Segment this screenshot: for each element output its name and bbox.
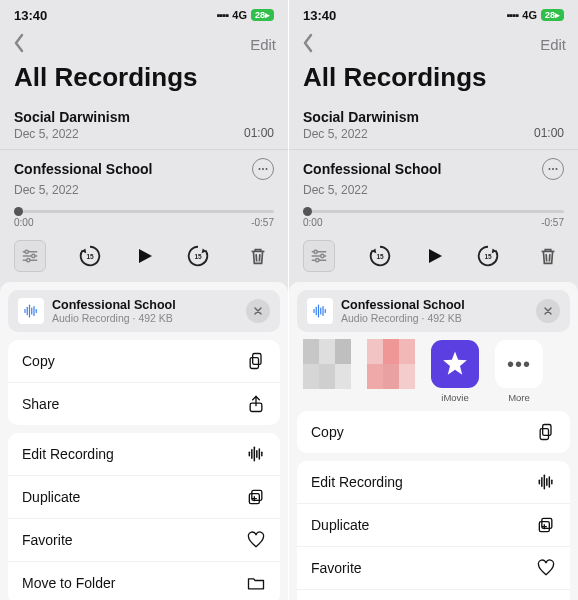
left-screen: 13:40 ▪▪▪▪ 4G 28▸ Edit All Recordings So…: [0, 0, 289, 600]
recording-date: Dec 5, 2022: [303, 183, 368, 197]
menu-move-to-folder[interactable]: Move to Folder: [297, 590, 570, 600]
playback-controls: [0, 230, 288, 282]
duplicate-icon: [246, 487, 266, 507]
share-apps-row: iMovie ••• More: [297, 340, 570, 403]
sheet-header: Confessional School Audio Recording · 49…: [297, 290, 570, 332]
close-sheet-button[interactable]: [536, 299, 560, 323]
trash-icon: [247, 245, 269, 267]
trash-icon: [537, 245, 559, 267]
recording-item[interactable]: Social Darwinism Dec 5, 2022 01:00: [0, 101, 288, 150]
page-title: All Recordings: [289, 58, 578, 101]
playback-timeline[interactable]: 0:00 -0:57: [289, 206, 578, 230]
share-sheet: Confessional School Audio Recording · 49…: [0, 282, 288, 600]
time-remaining: -0:57: [541, 217, 564, 228]
close-sheet-button[interactable]: [246, 299, 270, 323]
back-button[interactable]: [301, 33, 315, 56]
rewind-15-icon: [367, 243, 393, 269]
sheet-subtitle: Audio Recording · 492 KB: [52, 312, 238, 324]
menu-copy[interactable]: Copy: [297, 411, 570, 453]
rewind-15-button[interactable]: [364, 240, 396, 272]
share-app-imovie[interactable]: iMovie: [427, 340, 483, 403]
scrubber-dot[interactable]: [303, 207, 312, 216]
delete-button[interactable]: [242, 240, 274, 272]
copy-icon: [246, 351, 266, 371]
status-bar: 13:40 ▪▪▪▪ 4G 28▸: [289, 0, 578, 30]
sheet-header: Confessional School Audio Recording · 49…: [8, 290, 280, 332]
ellipsis-icon: [546, 162, 560, 176]
menu-move-to-folder[interactable]: Move to Folder: [8, 562, 280, 600]
menu-favorite[interactable]: Favorite: [8, 519, 280, 562]
recording-date: Dec 5, 2022: [14, 183, 79, 197]
time-elapsed: 0:00: [14, 217, 33, 228]
heart-icon: [246, 530, 266, 550]
copy-icon: [536, 422, 556, 442]
heart-icon: [536, 558, 556, 578]
options-button[interactable]: [14, 240, 46, 272]
rewind-15-button[interactable]: [74, 240, 106, 272]
menu-duplicate[interactable]: Duplicate: [297, 504, 570, 547]
duplicate-icon: [536, 515, 556, 535]
menu-favorite[interactable]: Favorite: [297, 547, 570, 590]
recording-duration: 01:00: [534, 126, 564, 140]
sliders-icon: [20, 246, 40, 266]
close-icon: [252, 305, 264, 317]
sheet-title: Confessional School: [52, 298, 238, 312]
sheet-subtitle: Audio Recording · 492 KB: [341, 312, 528, 324]
forward-15-button[interactable]: [472, 240, 504, 272]
page-title: All Recordings: [0, 58, 288, 101]
edit-button[interactable]: Edit: [250, 36, 276, 53]
recording-thumbnail: [18, 298, 44, 324]
status-time: 13:40: [303, 8, 336, 23]
play-button[interactable]: [128, 240, 160, 272]
play-icon: [132, 244, 156, 268]
waveform-icon: [246, 444, 266, 464]
forward-15-icon: [185, 243, 211, 269]
recording-item-selected[interactable]: Confessional School Dec 5, 2022: [0, 150, 288, 206]
recording-title: Social Darwinism: [303, 109, 419, 125]
time-elapsed: 0:00: [303, 217, 322, 228]
recording-title: Confessional School: [303, 161, 441, 177]
battery-badge: 28▸: [251, 9, 274, 21]
chevron-left-icon: [12, 33, 26, 53]
recording-item-selected[interactable]: Confessional School Dec 5, 2022: [289, 150, 578, 206]
edit-button[interactable]: Edit: [540, 36, 566, 53]
delete-button[interactable]: [532, 240, 564, 272]
more-button[interactable]: [542, 158, 564, 180]
menu-duplicate[interactable]: Duplicate: [8, 476, 280, 519]
back-button[interactable]: [12, 33, 26, 56]
signal-icon: ▪▪▪▪: [217, 9, 229, 21]
menu-edit-recording[interactable]: Edit Recording: [297, 461, 570, 504]
scrubber-dot[interactable]: [14, 207, 23, 216]
nav-bar: Edit: [0, 30, 288, 58]
chevron-left-icon: [301, 33, 315, 53]
share-app-more[interactable]: ••• More: [491, 340, 547, 403]
options-button[interactable]: [303, 240, 335, 272]
signal-icon: ▪▪▪▪: [507, 9, 519, 21]
menu-edit-recording[interactable]: Edit Recording: [8, 433, 280, 476]
right-screen: 13:40 ▪▪▪▪ 4G 28▸ Edit All Recordings So…: [289, 0, 578, 600]
play-icon: [422, 244, 446, 268]
recording-date: Dec 5, 2022: [14, 127, 79, 141]
network-label: 4G: [522, 9, 537, 21]
network-label: 4G: [232, 9, 247, 21]
menu-share[interactable]: Share: [8, 383, 280, 425]
share-icon: [246, 394, 266, 414]
share-app-pixelated-1[interactable]: [299, 340, 355, 388]
playback-timeline[interactable]: 0:00 -0:57: [0, 206, 288, 230]
nav-bar: Edit: [289, 30, 578, 58]
play-button[interactable]: [418, 240, 450, 272]
battery-badge: 28▸: [541, 9, 564, 21]
sheet-title: Confessional School: [341, 298, 528, 312]
forward-15-button[interactable]: [182, 240, 214, 272]
recording-title: Confessional School: [14, 161, 152, 177]
more-button[interactable]: [252, 158, 274, 180]
menu-copy[interactable]: Copy: [8, 340, 280, 383]
waveform-icon: [311, 302, 329, 320]
sliders-icon: [309, 246, 329, 266]
rewind-15-icon: [77, 243, 103, 269]
share-app-pixelated-2[interactable]: [363, 340, 419, 388]
ellipsis-icon: •••: [507, 353, 531, 376]
recording-title: Social Darwinism: [14, 109, 130, 125]
recording-item[interactable]: Social Darwinism Dec 5, 2022 01:00: [289, 101, 578, 150]
recording-thumbnail: [307, 298, 333, 324]
